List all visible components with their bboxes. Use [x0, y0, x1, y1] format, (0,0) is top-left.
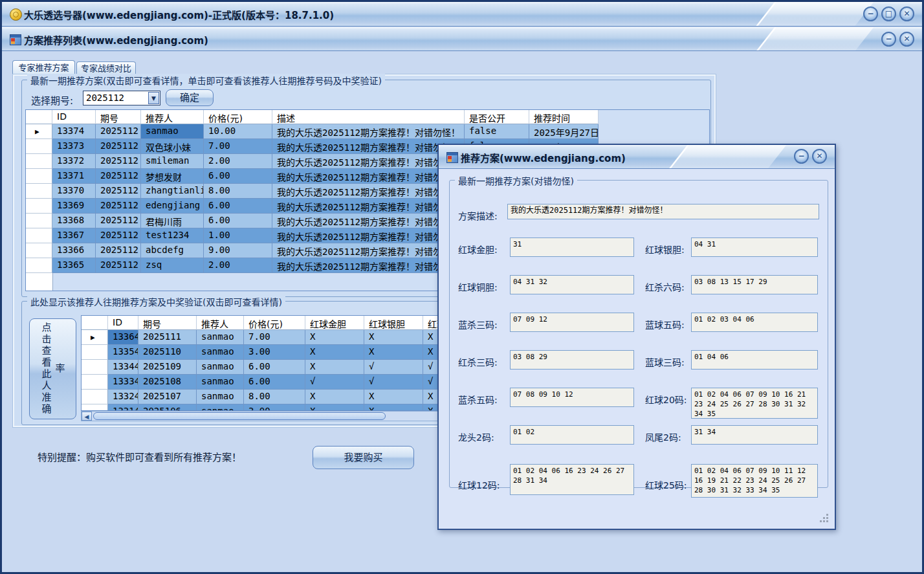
number-field[interactable]: 01 04 06 [691, 350, 818, 370]
grid-cell[interactable]: 我的大乐透2025112期方案推荐！对错勿怪！ [272, 214, 465, 228]
row-selector[interactable]: ▶ [26, 124, 52, 139]
number-field[interactable]: 31 34 [691, 425, 818, 445]
desc-field[interactable]: 我的大乐透2025112期方案推荐！对错勿怪！ [507, 204, 819, 219]
grid-cell[interactable]: smileman [141, 154, 204, 169]
column-header[interactable]: ID [108, 316, 138, 330]
grid-cell[interactable]: 2025112 [96, 214, 141, 228]
minimize-button[interactable]: − [863, 6, 878, 21]
grid-cell[interactable]: zhangtianli01 [141, 184, 204, 199]
row-selector[interactable] [82, 375, 108, 390]
grid-cell[interactable]: 13371 [52, 169, 96, 184]
row-selector[interactable] [26, 214, 52, 228]
grid-cell[interactable]: zsq [141, 258, 204, 273]
period-combobox[interactable]: 2025112 ▼ [83, 91, 160, 105]
number-field[interactable]: 31 [510, 237, 634, 257]
tab-expert-record[interactable]: 专家战绩对比 [76, 61, 136, 74]
scroll-left-icon[interactable]: ◀ [82, 412, 92, 421]
grid-cell[interactable]: 1.00 [204, 228, 272, 243]
grid-cell[interactable]: 梦想发财 [141, 169, 204, 184]
grid-cell[interactable]: false [465, 124, 529, 139]
grid-cell[interactable]: sanmao [197, 345, 244, 360]
grid-cell[interactable]: 2025106 [138, 404, 197, 411]
grid-cell[interactable]: sanmao [197, 360, 244, 375]
resize-grip[interactable] [819, 513, 828, 522]
child-close-button[interactable]: ✕ [899, 32, 914, 47]
grid-cell[interactable]: X [364, 404, 423, 411]
column-header[interactable]: 推荐人 [141, 110, 204, 124]
row-selector[interactable] [82, 404, 108, 411]
grid-cell[interactable]: sanmao [197, 330, 244, 345]
grid-cell[interactable]: 2025112 [96, 243, 141, 258]
child-minimize-button[interactable]: − [881, 32, 896, 47]
grid-cell[interactable]: X [305, 390, 364, 404]
number-field[interactable]: 01 02 04 06 07 09 10 11 12 16 19 21 22 2… [691, 464, 818, 498]
grid-cell[interactable]: X [305, 404, 364, 411]
grid-cell[interactable]: 2025108 [138, 375, 197, 390]
row-selector[interactable] [82, 390, 108, 404]
grid-cell[interactable]: 13314 [108, 404, 138, 411]
grid-cell[interactable]: 双色球小妹 [141, 139, 204, 154]
grid-cell[interactable]: 13334 [108, 375, 138, 390]
grid-cell[interactable]: 我的大乐透2025112期方案推荐！对错勿怪！ [272, 169, 465, 184]
grid-cell[interactable]: 2025112 [96, 169, 141, 184]
row-selector[interactable]: ▶ [82, 330, 108, 345]
grid-cell[interactable]: 2025112 [96, 184, 141, 199]
grid-cell[interactable]: 我的大乐透2025112期方案推荐！对错勿怪！ [272, 243, 465, 258]
accuracy-button[interactable]: 点击查看此人准确率 [29, 318, 76, 419]
grid-cell[interactable]: √ [364, 375, 423, 390]
dialog-minimize-button[interactable]: − [794, 149, 809, 164]
grid-cell[interactable]: 7.00 [244, 330, 305, 345]
number-field[interactable]: 03 08 29 [510, 350, 634, 370]
grid-cell[interactable]: 6.00 [244, 375, 305, 390]
grid-cell[interactable]: 2025109 [138, 360, 197, 375]
grid-cell[interactable]: 13372 [52, 154, 96, 169]
grid-cell[interactable]: 2025110 [138, 345, 197, 360]
grid-cell[interactable]: 6.00 [244, 360, 305, 375]
grid-cell[interactable]: √ [364, 360, 423, 375]
buy-button[interactable]: 我要购买 [313, 446, 414, 469]
grid-cell[interactable]: 6.00 [204, 169, 272, 184]
column-header[interactable]: 是否公开 [465, 110, 529, 124]
maximize-button[interactable]: □ [881, 6, 896, 21]
grid-cell[interactable]: 13374 [52, 124, 96, 139]
number-field[interactable]: 04 31 [691, 237, 818, 257]
grid-cell[interactable]: 13370 [52, 184, 96, 199]
grid-cell[interactable]: 8.00 [244, 390, 305, 404]
column-header[interactable]: 描述 [272, 110, 465, 124]
column-header[interactable]: 价格(元) [204, 110, 272, 124]
grid-cell[interactable]: 13364 [108, 330, 138, 345]
row-selector[interactable] [26, 243, 52, 258]
grid-cell[interactable]: 6.00 [204, 214, 272, 228]
grid-cell[interactable]: 2025112 [96, 258, 141, 273]
grid-cell[interactable]: 君梅川雨 [141, 214, 204, 228]
grid-cell[interactable]: 13354 [108, 345, 138, 360]
grid-cell[interactable]: 2.00 [204, 154, 272, 169]
row-selector[interactable] [26, 184, 52, 199]
grid-cell[interactable]: 13373 [52, 139, 96, 154]
grid-cell[interactable]: X [364, 345, 423, 360]
grid-cell[interactable]: X [364, 330, 423, 345]
grid-cell[interactable]: 2025112 [96, 154, 141, 169]
grid-cell[interactable]: 我的大乐透2025112期方案推荐！对错勿怪！ [272, 154, 465, 169]
grid-cell[interactable]: 我的大乐透2025112期方案推荐！对错勿怪！ [272, 139, 465, 154]
grid-cell[interactable]: sanmao [141, 124, 204, 139]
grid-cell[interactable]: test1234 [141, 228, 204, 243]
row-selector[interactable] [82, 345, 108, 360]
row-selector[interactable] [26, 139, 52, 154]
number-field[interactable]: 07 08 09 10 12 [510, 388, 634, 407]
grid-cell[interactable]: √ [305, 375, 364, 390]
column-header[interactable]: 推荐时间 [529, 110, 599, 124]
grid-cell[interactable]: 13324 [108, 390, 138, 404]
grid-cell[interactable]: 7.00 [204, 139, 272, 154]
grid-cell[interactable]: 2025112 [96, 228, 141, 243]
confirm-button[interactable]: 确定 [166, 89, 214, 106]
grid-cell[interactable]: X [305, 330, 364, 345]
grid-cell[interactable]: 13367 [52, 228, 96, 243]
grid-cell[interactable]: 我的大乐透2025112期方案推荐！对错勿怪！ [272, 184, 465, 199]
grid-cell[interactable]: 3.00 [244, 404, 305, 411]
row-selector[interactable] [26, 199, 52, 214]
row-selector[interactable] [82, 360, 108, 375]
column-header[interactable]: 期号 [138, 316, 197, 330]
column-header[interactable]: 红球金胆 [305, 316, 364, 330]
column-header[interactable]: 价格(元) [244, 316, 305, 330]
